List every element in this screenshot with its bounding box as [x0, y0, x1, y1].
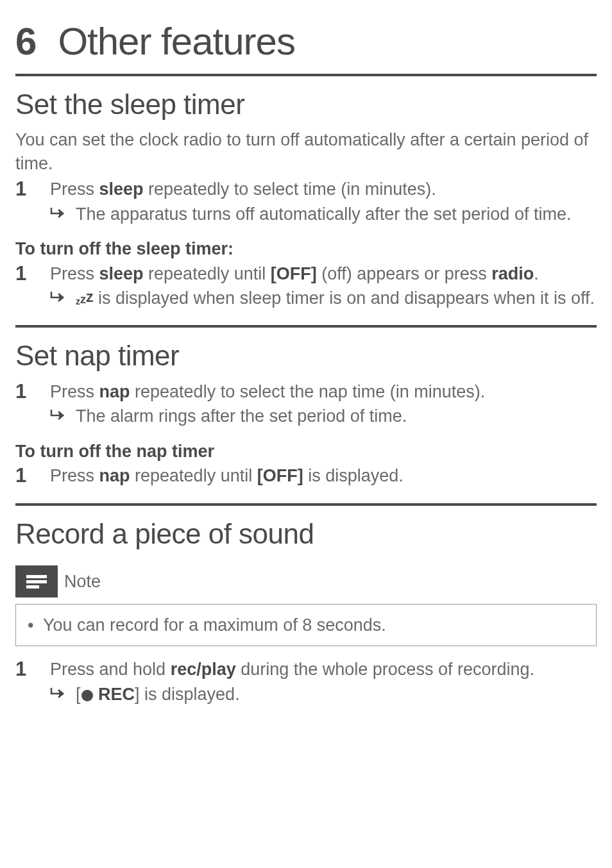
chapter-title-text: Other features [58, 20, 295, 63]
step-number: 1 [15, 658, 50, 681]
result-arrow-icon [50, 683, 76, 699]
step-text: Press sleep repeatedly to select time (i… [50, 178, 597, 201]
result-arrow-icon [50, 405, 76, 421]
svg-rect-0 [26, 575, 47, 578]
result-text: zzz is displayed when sleep timer is on … [76, 287, 597, 310]
button-label: nap [99, 466, 130, 485]
chapter-number: 6 [15, 20, 36, 63]
divider [15, 74, 597, 76]
display-code: [OFF] [257, 466, 303, 485]
divider [15, 503, 597, 506]
svg-point-3 [81, 690, 93, 701]
result-text: The apparatus turns off automatically af… [76, 203, 597, 226]
step-row: 1 Press nap repeatedly until [OFF] is di… [15, 464, 597, 487]
step-text: Press sleep repeatedly until [OFF] (off)… [50, 262, 597, 285]
divider [15, 325, 597, 328]
intro-text: You can set the clock radio to turn off … [15, 128, 597, 175]
svg-rect-1 [26, 580, 47, 583]
note-bullet: • You can record for a maximum of 8 seco… [28, 613, 584, 637]
chapter-title: 6Other features [15, 15, 597, 67]
result-text: The alarm rings after the set period of … [76, 405, 597, 428]
button-label: nap [99, 382, 130, 401]
section-title-nap: Set nap timer [15, 337, 597, 374]
result-row: The apparatus turns off automatically af… [50, 203, 597, 226]
button-label: rec/play [171, 660, 236, 679]
result-row: zzz is displayed when sleep timer is on … [50, 287, 597, 310]
result-arrow-icon [50, 203, 76, 219]
note-header: Note [15, 565, 597, 597]
note-label: Note [64, 570, 101, 593]
svg-rect-2 [26, 585, 39, 588]
step-number: 1 [15, 178, 50, 201]
button-label: sleep [99, 264, 144, 283]
step-text: Press and hold rec/play during the whole… [50, 658, 597, 681]
note-box: • You can record for a maximum of 8 seco… [15, 604, 597, 646]
section-title-sleep: Set the sleep timer [15, 85, 597, 123]
result-row: [ REC] is displayed. [50, 683, 597, 706]
note-text: You can record for a maximum of 8 second… [43, 613, 584, 637]
zzz-icon: zzz [76, 288, 94, 308]
result-text: [ REC] is displayed. [76, 683, 597, 706]
result-row: The alarm rings after the set period of … [50, 405, 597, 428]
button-label: radio [491, 264, 534, 283]
note-icon [15, 565, 58, 597]
sub-heading: To turn off the sleep timer: [15, 237, 597, 260]
result-arrow-icon [50, 287, 76, 303]
step-row: 1 Press nap repeatedly to select the nap… [15, 380, 597, 403]
step-number: 1 [15, 464, 50, 487]
display-code: [OFF] [271, 264, 317, 283]
section-title-record: Record a piece of sound [15, 515, 597, 553]
step-text: Press nap repeatedly until [OFF] is disp… [50, 464, 597, 487]
step-row: 1 Press sleep repeatedly to select time … [15, 178, 597, 201]
record-dot-icon [81, 689, 94, 702]
step-row: 1 Press sleep repeatedly until [OFF] (of… [15, 262, 597, 285]
step-text: Press nap repeatedly to select the nap t… [50, 380, 597, 403]
step-number: 1 [15, 262, 50, 285]
display-code: REC [98, 685, 135, 704]
step-number: 1 [15, 380, 50, 403]
bullet-icon: • [28, 613, 43, 637]
step-row: 1 Press and hold rec/play during the who… [15, 658, 597, 681]
sub-heading: To turn off the nap timer [15, 440, 597, 463]
button-label: sleep [99, 179, 144, 199]
